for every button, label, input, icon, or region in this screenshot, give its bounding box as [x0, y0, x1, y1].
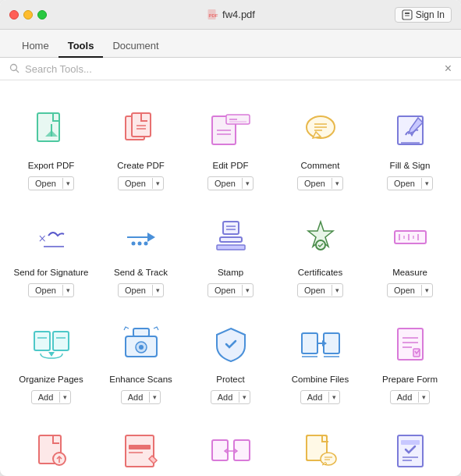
export-pdf-button[interactable]: Open ▾	[28, 176, 74, 190]
tool-create-pdf[interactable]: Create PDF Open ▾	[96, 93, 186, 200]
svg-marker-28	[147, 233, 155, 242]
comment-label: Comment	[301, 160, 340, 172]
tool-prepare-form[interactable]: Prepare Form Add ▾	[365, 307, 455, 414]
enhance-scans-icon	[116, 319, 166, 369]
create-pdf-button[interactable]: Open ▾	[118, 176, 164, 190]
prepare-form-label: Prepare Form	[382, 374, 438, 385]
stamp-button[interactable]: Open ▾	[207, 283, 254, 297]
titlebar: PDF fw4.pdf Sign In	[0, 0, 461, 30]
tool-certificates[interactable]: Certificates Open ▾	[275, 200, 365, 307]
tool-protect[interactable]: Protect Add ▾	[186, 307, 275, 414]
tool-redact[interactable]: Redact Add ▾	[96, 414, 186, 476]
measure-label: Measure	[392, 267, 427, 279]
measure-icon	[385, 212, 435, 262]
close-search-button[interactable]: ×	[445, 62, 452, 75]
tool-edit-pdf[interactable]: Edit PDF Open ▾	[186, 93, 275, 200]
svg-text:×: ×	[37, 231, 47, 247]
svg-point-5	[11, 65, 17, 71]
search-input[interactable]	[25, 63, 440, 75]
tool-send-track[interactable]: Send & Track Open ▾	[96, 200, 186, 307]
tab-tools[interactable]: Tools	[59, 35, 104, 58]
svg-rect-33	[220, 237, 242, 242]
svg-marker-46	[48, 352, 55, 357]
search-icon	[9, 63, 20, 74]
search-bar: ×	[0, 58, 461, 80]
window-title: PDF fw4.pdf	[206, 9, 255, 21]
certificates-label: Certificates	[298, 267, 343, 279]
svg-point-52	[139, 345, 144, 350]
comment-icon	[296, 105, 346, 155]
tool-export-pdf[interactable]: Export PDF Open ▾	[6, 93, 96, 200]
tool-action-wizard[interactable]: Action Wizard Add ▾	[365, 414, 455, 476]
prepare-form-button[interactable]: Add ▾	[390, 390, 431, 404]
tool-stamp[interactable]: Stamp Open ▾	[186, 200, 275, 307]
measure-button[interactable]: Open ▾	[387, 283, 433, 297]
send-track-button[interactable]: Open ▾	[118, 283, 164, 297]
protect-button[interactable]: Add ▾	[211, 390, 251, 404]
main-window: PDF fw4.pdf Sign In Home Tools Document …	[0, 0, 461, 476]
minimize-button[interactable]	[23, 10, 33, 20]
tab-document[interactable]: Document	[103, 35, 168, 58]
send-track-label: Send & Track	[114, 267, 168, 279]
edit-pdf-icon	[206, 105, 256, 155]
stamp-icon	[206, 212, 256, 262]
title-text: fw4.pdf	[222, 9, 255, 20]
svg-rect-4	[405, 15, 410, 16]
tool-comment[interactable]: Comment Open ▾	[275, 93, 365, 200]
edit-pdf-button[interactable]: Open ▾	[207, 176, 254, 190]
tool-organize-pages[interactable]: Organize Pages Add ▾	[6, 307, 96, 414]
nav-tabs: Home Tools Document	[0, 30, 461, 58]
svg-rect-53	[302, 333, 317, 353]
svg-rect-50	[133, 329, 149, 336]
tool-compare-documents[interactable]: Compare Documents Add ▾	[186, 414, 275, 476]
tool-optimize-pdf[interactable]: Optimize PDF Add ▾	[6, 414, 96, 476]
organize-pages-icon	[27, 319, 76, 369]
tool-measure[interactable]: Measure Open ▾	[365, 200, 455, 307]
svg-rect-45	[53, 332, 69, 350]
signin-button[interactable]: Sign In	[395, 7, 452, 23]
tools-area: Export PDF Open ▾ Create PD	[0, 80, 461, 476]
svg-line-6	[16, 70, 20, 73]
combine-files-button[interactable]: Add ▾	[300, 390, 341, 404]
edit-pdf-label: Edit PDF	[212, 160, 248, 172]
signin-label: Sign In	[416, 9, 445, 20]
optimize-pdf-icon	[27, 426, 76, 476]
send-comments-icon	[296, 426, 346, 476]
svg-rect-76	[401, 440, 420, 445]
tool-enhance-scans[interactable]: Enhance Scans Add ▾	[96, 307, 186, 414]
send-signature-button[interactable]: Open ▾	[28, 283, 74, 297]
tool-send-comments[interactable]: Send for Comments Add ▾	[275, 414, 365, 476]
comment-button[interactable]: Open ▾	[297, 176, 343, 190]
svg-rect-2	[402, 10, 412, 20]
combine-files-label: Combine Files	[292, 374, 349, 385]
svg-point-30	[137, 241, 141, 245]
combine-files-icon	[296, 319, 346, 369]
tool-combine-files[interactable]: Combine Files Add ▾	[275, 307, 365, 414]
send-signature-icon: ×	[27, 212, 76, 262]
svg-rect-65	[129, 445, 151, 449]
pdf-icon: PDF	[206, 9, 218, 21]
tab-home[interactable]: Home	[12, 35, 59, 58]
fill-sign-label: Fill & Sign	[390, 160, 431, 172]
enhance-scans-button[interactable]: Add ▾	[121, 390, 161, 404]
fill-sign-icon	[385, 105, 435, 155]
svg-rect-3	[405, 12, 410, 14]
svg-rect-44	[34, 332, 50, 350]
protect-icon	[206, 319, 256, 369]
traffic-lights	[9, 10, 47, 20]
export-pdf-icon	[27, 105, 76, 155]
maximize-button[interactable]	[37, 10, 47, 20]
close-button[interactable]	[9, 10, 19, 20]
certificates-button[interactable]: Open ▾	[297, 283, 343, 297]
fill-sign-button[interactable]: Open ▾	[387, 176, 433, 190]
prepare-form-icon	[385, 319, 435, 369]
export-pdf-label: Export PDF	[28, 160, 74, 172]
enhance-scans-label: Enhance Scans	[109, 374, 172, 385]
organize-pages-button[interactable]: Add ▾	[31, 390, 72, 404]
certificates-icon	[296, 212, 346, 262]
tool-send-signature[interactable]: × Send for Signature Open ▾	[6, 200, 96, 307]
tool-fill-sign[interactable]: Fill & Sign Open ▾	[365, 93, 455, 200]
protect-label: Protect	[216, 374, 244, 385]
svg-rect-7	[37, 113, 59, 141]
svg-rect-64	[126, 435, 154, 467]
